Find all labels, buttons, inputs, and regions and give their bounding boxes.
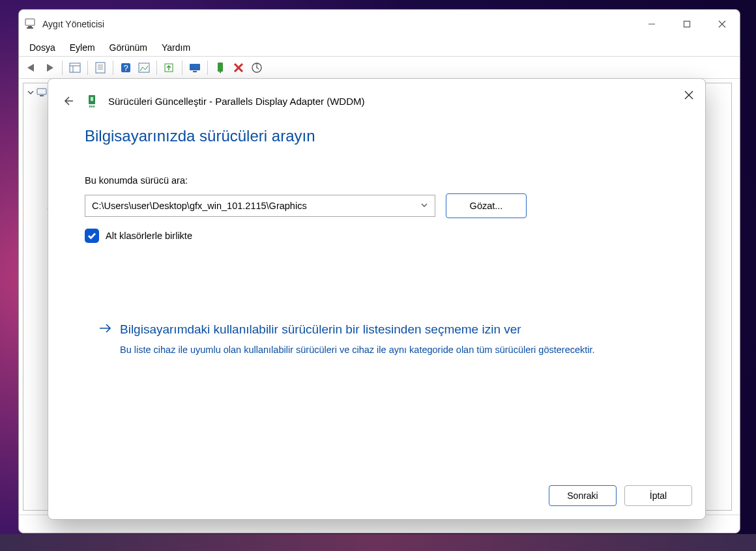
close-button[interactable] (705, 10, 740, 38)
cancel-button-label: İptal (650, 490, 667, 501)
window-title: Aygıt Yöneticisi (42, 19, 634, 29)
maximize-button[interactable] (669, 10, 705, 38)
dialog-heading: Bilgisayarınızda sürücüleri arayın (85, 127, 669, 145)
enable-device-icon[interactable] (212, 59, 229, 76)
svg-rect-0 (25, 19, 35, 25)
back-icon[interactable] (23, 59, 40, 76)
svg-rect-20 (218, 63, 223, 72)
dialog-title: Sürücüleri Güncelleştir - Parallels Disp… (108, 96, 364, 107)
desktop-strip (0, 534, 756, 551)
svg-rect-4 (684, 21, 690, 27)
svg-text:?: ? (123, 63, 128, 73)
close-button[interactable] (680, 87, 697, 104)
minimize-button[interactable] (634, 10, 669, 38)
properties-icon[interactable] (92, 59, 109, 76)
titlebar: Aygıt Yöneticisi (19, 10, 740, 38)
show-hidden-icon[interactable] (136, 59, 153, 76)
driver-path-value: C:\Users\user\Desktop\gfx_win_101.2115\G… (92, 201, 307, 211)
svg-rect-23 (40, 95, 44, 96)
disable-device-icon[interactable] (230, 59, 247, 76)
cancel-button[interactable]: İptal (624, 485, 692, 506)
scan-hardware-icon[interactable] (248, 59, 265, 76)
menu-help[interactable]: Yardım (155, 40, 198, 55)
back-button[interactable] (60, 93, 76, 109)
arrow-right-icon (98, 321, 112, 338)
app-icon (24, 18, 36, 30)
svg-rect-27 (91, 97, 93, 101)
next-button-label: Sonraki (567, 490, 598, 501)
browse-button-label: Gözat... (470, 201, 503, 211)
menu-view[interactable]: Görünüm (103, 40, 155, 55)
menu-file[interactable]: Dosya (23, 40, 63, 55)
device-icon (85, 94, 99, 108)
svg-rect-19 (193, 71, 197, 72)
forward-icon[interactable] (41, 59, 58, 76)
update-driver-dialog: Sürücüleri Güncelleştir - Parallels Disp… (48, 78, 706, 520)
help-icon[interactable]: ? (117, 59, 134, 76)
svg-rect-10 (96, 63, 105, 73)
chevron-down-icon[interactable] (26, 88, 35, 97)
driver-path-combobox[interactable]: C:\Users\user\Desktop\gfx_win_101.2115\G… (85, 195, 435, 217)
show-hide-tree-icon[interactable] (66, 59, 83, 76)
chevron-down-icon (420, 201, 428, 211)
search-location-label: Bu konumda sürücü ara: (85, 175, 669, 186)
next-button[interactable]: Sonraki (549, 485, 617, 506)
update-driver-icon[interactable] (161, 59, 178, 76)
include-subfolders-label: Alt klasörlerle birlikte (106, 231, 192, 241)
svg-rect-1 (28, 26, 32, 27)
pick-from-list-option[interactable]: Bilgisayarımdaki kullanılabilir sürücüle… (85, 321, 669, 358)
menubar: Dosya Eylem Görünüm Yardım (19, 38, 740, 57)
svg-rect-22 (37, 89, 46, 94)
computer-icon (36, 87, 47, 98)
pick-from-list-description: Bu liste cihaz ile uyumlu olan kullanıla… (120, 343, 615, 358)
menu-action[interactable]: Eylem (63, 40, 103, 55)
pick-from-list-title: Bilgisayarımdaki kullanılabilir sürücüle… (120, 322, 521, 337)
svg-rect-18 (190, 64, 200, 70)
svg-rect-7 (70, 63, 80, 72)
svg-rect-2 (27, 27, 33, 29)
include-subfolders-checkbox[interactable] (85, 229, 99, 243)
monitor-icon[interactable] (186, 59, 203, 76)
browse-button[interactable]: Gözat... (446, 193, 527, 218)
toolbar: ? (19, 57, 740, 79)
